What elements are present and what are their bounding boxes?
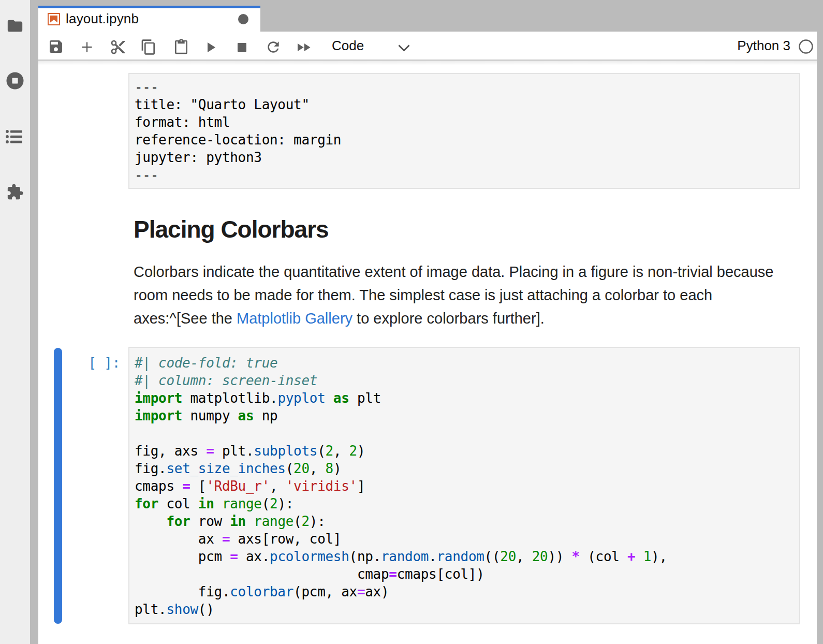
sidebar-item-extension-manager[interactable] <box>6 183 24 201</box>
code-line <box>135 425 794 442</box>
yaml-line: title: "Quarto Layout" <box>135 96 794 113</box>
code-line: for row in range(2): <box>135 513 794 530</box>
paste-icon <box>173 39 189 55</box>
tab-dirty-indicator[interactable] <box>238 14 248 24</box>
cut-icon <box>110 39 126 55</box>
sidebar-item-running-sessions[interactable] <box>6 71 24 90</box>
kernel-status-icon[interactable] <box>798 39 814 56</box>
cell-input-prompt: [ ]: <box>62 354 120 372</box>
copy-cells-button[interactable] <box>140 39 157 55</box>
code-line: plt.show() <box>135 601 794 618</box>
code-line: fig, axs = plt.subplots(2, 2) <box>135 442 794 460</box>
tab-layout-ipynb[interactable]: layout.ipynb <box>38 6 260 32</box>
markdown-link[interactable]: Matplotlib Gallery <box>237 310 352 327</box>
restart-kernel-button[interactable] <box>265 39 282 55</box>
tab-title: layout.ipynb <box>66 8 139 32</box>
yaml-line: --- <box>135 166 794 184</box>
stop-icon <box>238 43 246 52</box>
paragraph-text: to explore colorbars further]. <box>352 310 545 327</box>
interrupt-kernel-button[interactable] <box>238 43 246 52</box>
code-cell-editor[interactable]: #| code-fold: true#| column: screen-inse… <box>128 347 800 624</box>
markdown-heading: Placing Colorbars <box>134 215 329 243</box>
code-line: cmap=cmaps[col]) <box>135 565 794 583</box>
save-button[interactable] <box>48 38 64 55</box>
chevron-down-icon[interactable] <box>398 44 410 54</box>
code-line: import numpy as np <box>135 407 794 425</box>
toc-icon <box>6 129 22 143</box>
copy-icon <box>140 39 157 55</box>
cell-type-dropdown[interactable]: Code <box>332 32 364 60</box>
code-line: pcm = ax.pcolormesh(np.random.random((20… <box>135 548 794 565</box>
code-line: import matplotlib.pyplot as plt <box>135 389 794 407</box>
running-icon <box>6 71 24 90</box>
play-icon <box>208 42 215 52</box>
raw-cell-editor[interactable]: ---title: "Quarto Layout"format: htmlref… <box>128 73 800 189</box>
run-cell-button[interactable] <box>208 42 215 52</box>
left-activity-bar <box>0 0 30 644</box>
code-line: for col in range(2): <box>135 495 794 513</box>
code-line: ax = axs[row, col] <box>135 530 794 548</box>
cut-cells-button[interactable] <box>110 39 126 55</box>
puzzle-icon <box>6 183 24 201</box>
yaml-line: format: html <box>135 113 794 131</box>
yaml-line: jupyter: python3 <box>135 149 794 166</box>
folder-icon <box>6 17 24 35</box>
yaml-line: reference-location: margin <box>135 131 794 149</box>
sidebar-item-file-browser[interactable] <box>6 17 24 35</box>
code-line: #| code-fold: true <box>135 354 794 372</box>
code-line: fig.colorbar(pcm, ax=ax) <box>135 583 794 601</box>
notebook-icon <box>48 13 60 27</box>
plus-icon <box>82 42 92 52</box>
code-line: fig.set_size_inches(20, 8) <box>135 460 794 477</box>
code-line: cmaps = ['RdBu_r', 'viridis'] <box>135 477 794 495</box>
notebook-panel: ---title: "Quarto Layout"format: htmlref… <box>38 61 817 644</box>
yaml-line: --- <box>135 78 794 96</box>
insert-cell-button[interactable] <box>82 42 92 52</box>
save-icon <box>48 38 64 55</box>
markdown-paragraph: Colorbars indicate the quantitative exte… <box>134 260 781 330</box>
sidebar-item-table-of-contents[interactable] <box>6 129 22 143</box>
cell-collapser[interactable] <box>54 348 62 624</box>
kernel-name[interactable]: Python 3 <box>737 32 790 60</box>
restart-icon <box>265 39 282 55</box>
fast-forward-icon <box>298 43 311 51</box>
notebook-toolbar: Code Python 3 <box>38 32 817 61</box>
paste-cells-button[interactable] <box>173 39 189 55</box>
restart-run-all-button[interactable] <box>298 43 311 51</box>
code-line: #| column: screen-inset <box>135 372 794 389</box>
